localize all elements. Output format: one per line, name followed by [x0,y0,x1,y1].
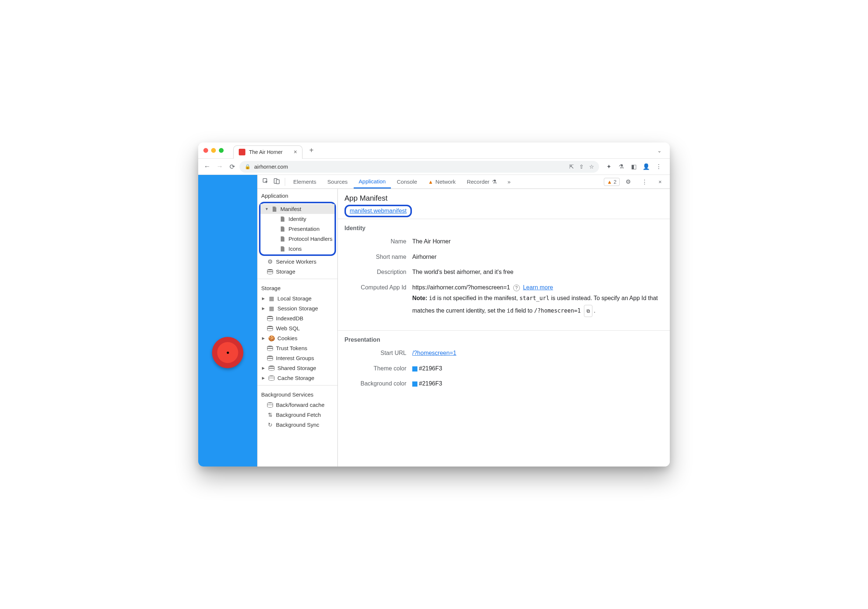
color-swatch [412,382,417,386]
issues-badge[interactable]: ▲2 [604,178,620,186]
sidebar-group-storage: Storage [257,281,338,294]
tabs-dropdown-button[interactable]: ⌄ [654,148,665,153]
chevron-right-icon: ▶ [262,336,266,340]
chevron-right-icon: ▶ [262,376,266,380]
sidebar-item-bg-sync[interactable]: ↻Background Sync [257,420,338,430]
content-area: Elements Sources Application Console ▲Ne… [198,175,670,467]
inspect-element-button[interactable] [260,177,271,187]
sidebar-item-trust-tokens[interactable]: Trust Tokens [257,343,338,353]
sidebar-item-storage[interactable]: Storage [257,267,338,277]
sidebar-item-identity[interactable]: Identity [260,214,335,224]
database-icon [268,375,274,381]
browser-tab[interactable]: The Air Horner × [233,145,302,159]
section-title-presentation: Presentation [344,337,663,343]
window-controls [203,148,224,153]
name-label: Name [344,237,406,246]
tab-network[interactable]: ▲Network [423,176,461,188]
sidebar-item-indexeddb[interactable]: IndexedDB [257,313,338,323]
menu-button[interactable]: ⋮ [654,162,663,171]
extensions-button[interactable]: ✦ [604,162,613,171]
chevron-right-icon: ▶ [262,306,266,311]
sidebar-item-local-storage[interactable]: ▶▦Local Storage [257,294,338,303]
more-tabs-button[interactable]: » [502,176,516,188]
profile-button[interactable]: 👤 [642,162,651,171]
manifest-file-link[interactable]: manifest.webmanifest [350,208,407,214]
sync-icon: ↻ [267,422,273,428]
file-icon [280,246,285,252]
copy-button[interactable]: ⧉ [584,305,592,317]
address-bar[interactable]: 🔒 airhorner.com ⇱ ⇧ ☆ [239,161,599,173]
bgcolor-value: #2196F3 [412,379,663,388]
tab-console[interactable]: Console [392,176,422,188]
sidebar-item-shared-storage[interactable]: ▶Shared Storage [257,363,338,373]
labs-icon[interactable]: ⚗ [617,162,626,171]
starturl-link[interactable]: /?homescreen=1 [412,350,456,356]
maximize-window-button[interactable] [219,148,224,153]
themecolor-value: #2196F3 [412,364,663,373]
shortname-label: Short name [344,252,406,262]
sidebar-item-manifest[interactable]: ▼ Manifest [260,204,335,214]
tab-application[interactable]: Application [354,175,391,189]
chevron-right-icon: ▶ [262,366,266,370]
sidebar-item-interest-groups[interactable]: Interest Groups [257,353,338,363]
database-icon [267,269,273,275]
svg-rect-2 [276,180,279,184]
presentation-section: Presentation Start URL /?homescreen=1 Th… [338,330,670,402]
warning-icon: ▲ [607,179,612,185]
learn-more-link[interactable]: Learn more [523,284,553,291]
gear-icon: ⚙ [267,259,273,265]
close-window-button[interactable] [203,148,208,153]
bookmark-icon[interactable]: ☆ [589,164,594,170]
file-icon [280,226,285,232]
sidebar-item-presentation[interactable]: Presentation [260,224,335,234]
file-icon [280,216,285,222]
flask-icon: ⚗ [492,179,497,185]
minimize-window-button[interactable] [211,148,216,153]
sidebar-item-bfcache[interactable]: Back/forward cache [257,400,338,410]
file-icon [280,236,285,242]
sidebar-item-bg-fetch[interactable]: ⇅Background Fetch [257,410,338,420]
device-toolbar-button[interactable] [271,177,282,187]
description-label: Description [344,267,406,277]
sidebar-item-websql[interactable]: Web SQL [257,323,338,333]
themecolor-label: Theme color [344,364,406,373]
transfer-icon: ⇅ [267,412,273,418]
share-icon[interactable]: ⇧ [579,164,584,170]
back-button[interactable]: ← [202,162,212,172]
database-icon [268,365,274,371]
devtools-tabbar: Elements Sources Application Console ▲Ne… [257,175,670,189]
new-tab-button[interactable]: + [309,146,313,155]
database-icon [267,315,273,322]
identity-section: Identity Name The Air Horner Short name … [338,219,670,330]
database-icon [267,355,273,361]
install-icon[interactable]: ⇱ [569,164,574,170]
settings-button[interactable]: ⚙ [620,175,636,188]
reload-button[interactable]: ⟳ [227,162,237,172]
description-value: The world's best airhorner, and it's fre… [412,267,663,277]
sidebar-item-protocol-handlers[interactable]: Protocol Handlers [260,234,335,244]
tab-close-button[interactable]: × [294,149,297,155]
bgcolor-label: Background color [344,379,406,388]
help-icon[interactable]: ? [513,284,520,291]
airhorn-button[interactable] [212,337,243,368]
lock-icon: 🔒 [245,164,251,169]
sidebar-item-cookies[interactable]: ▶🍪Cookies [257,333,338,343]
titlebar: The Air Horner × + ⌄ [198,142,670,159]
devtools-menu-button[interactable]: ⋮ [637,176,653,188]
chevron-down-icon: ▼ [265,207,268,211]
sidebar-item-icons[interactable]: Icons [260,244,335,254]
table-icon: ▦ [268,296,274,301]
tab-recorder[interactable]: Recorder ⚗ [462,176,502,188]
sidebar-group-background: Background Services [257,388,338,400]
table-icon: ▦ [268,306,274,312]
tab-elements[interactable]: Elements [288,176,322,188]
sidebar-item-session-storage[interactable]: ▶▦Session Storage [257,303,338,313]
section-title-identity: Identity [344,225,663,232]
sidebar-item-service-workers[interactable]: ⚙Service Workers [257,257,338,267]
forward-button[interactable]: → [214,162,225,172]
sidepanel-icon[interactable]: ◧ [629,162,638,171]
sidebar-item-cache-storage[interactable]: ▶Cache Storage [257,373,338,383]
cookie-icon: 🍪 [268,335,274,341]
tab-sources[interactable]: Sources [322,176,353,188]
devtools-close-button[interactable]: × [653,176,667,188]
